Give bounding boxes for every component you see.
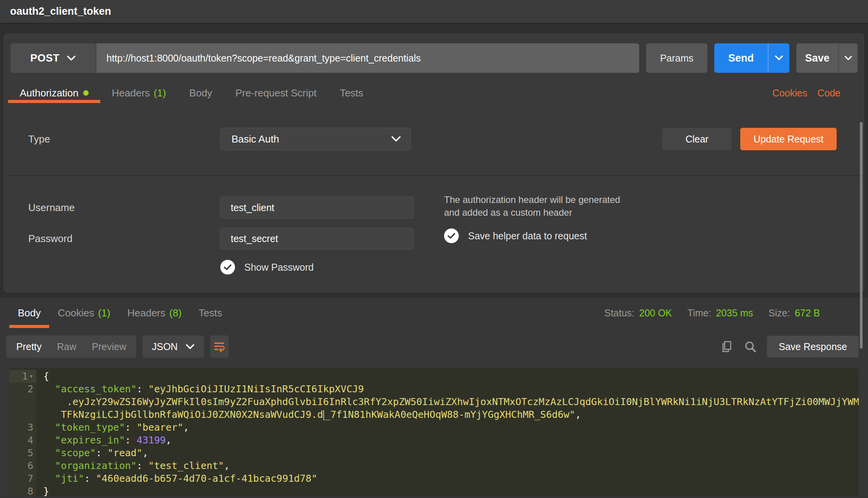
line-number [9, 408, 36, 421]
tab-headers[interactable]: Headers (1) [100, 83, 178, 103]
request-tab-bar: oauth2_client_token [0, 0, 868, 24]
line-number: 5 [9, 446, 36, 459]
size-badge: Size: 672 B [769, 307, 820, 319]
save-button-group: Save [796, 43, 858, 73]
response-tab-body[interactable]: Body [9, 298, 49, 328]
wrap-text-button[interactable] [210, 335, 229, 358]
tab-label: Tests [199, 307, 222, 319]
code-line: 8} [9, 485, 859, 496]
code-line: .eyJzY29wZSI6WyJyZWFkIl0sIm9yZ2FuaXphdGl… [9, 395, 859, 408]
code-lines: 1▾{2 "access_token": "eyJhbGciOiJIUzI1Ni… [9, 370, 859, 496]
time-value: 2035 ms [716, 307, 753, 319]
check-icon [448, 233, 455, 239]
line-number: 1▾ [9, 370, 36, 383]
url-row: POST Params Send Save [10, 43, 858, 73]
code-line: 6 "organization": "test_client", [9, 459, 859, 472]
method-label: POST [30, 52, 60, 64]
tab-body[interactable]: Body [178, 83, 224, 103]
format-dropdown[interactable]: JSON [142, 335, 204, 358]
builder-links: Cookies Code [772, 88, 860, 99]
view-mode-preview[interactable]: Preview [84, 341, 134, 352]
password-label: Password [28, 233, 220, 245]
auth-type-row: Type Basic Auth Clear Update Request [28, 128, 837, 150]
response-tab-cookies[interactable]: Cookies (1) [49, 298, 119, 328]
view-mode-raw[interactable]: Raw [49, 341, 84, 352]
code-link[interactable]: Code [817, 88, 841, 99]
request-tabs: Authorization Headers (1) Body Pre-reque… [4, 83, 864, 103]
line-number: 4 [9, 434, 36, 446]
view-mode-switch: Pretty Raw Preview [6, 335, 136, 358]
status-badge: Status: 200 OK [604, 307, 672, 319]
request-builder-panel: POST Params Send Save Authorization Head… [4, 34, 864, 292]
auth-helper-note: The authorization header will be generat… [444, 193, 630, 219]
save-response-button[interactable]: Save Response [767, 336, 859, 357]
code-line: 1▾{ [9, 370, 859, 383]
fold-caret-icon[interactable]: ▾ [29, 370, 33, 383]
auth-configured-dot [83, 90, 89, 96]
response-body-viewer[interactable]: 1▾{2 "access_token": "eyJhbGciOiJIUzI1Ni… [9, 368, 859, 496]
check-icon [224, 264, 232, 270]
tab-pre-request-script[interactable]: Pre-request Script [224, 83, 328, 103]
method-dropdown[interactable]: POST [10, 43, 96, 73]
size-value: 672 B [795, 307, 820, 319]
password-field[interactable] [220, 228, 414, 249]
show-password-label: Show Password [244, 262, 314, 273]
username-label: Username [28, 202, 220, 214]
tab-count: (8) [169, 307, 182, 319]
chevron-down-icon [775, 55, 783, 61]
time-label: Time: [688, 307, 712, 319]
clear-button[interactable]: Clear [662, 128, 732, 150]
line-number: 2 [9, 383, 36, 395]
format-value: JSON [152, 341, 178, 352]
search-icon[interactable] [744, 340, 757, 353]
chevron-down-icon [185, 344, 195, 350]
code-line: 7 "jti": "460eadd6-b657-4d70-a1cf-41bcac… [9, 472, 859, 485]
save-helper-row: Save helper data to request [444, 228, 587, 243]
tab-label: Authorization [20, 87, 79, 99]
code-line: TFkNzgiLCJjbGllbnRfaWQiOiJ0ZXN0X2NsaWVud… [9, 408, 859, 421]
status-label: Status: [604, 307, 635, 319]
code-line: 2 "access_token": "eyJhbGciOiJIUzI1NiIsI… [9, 383, 859, 395]
line-number: 8 [9, 485, 36, 496]
response-actions: Save Response [720, 336, 859, 357]
code-line: 5 "scope": "read", [9, 446, 859, 459]
tab-label: Headers [127, 307, 165, 319]
response-tab-headers[interactable]: Headers (8) [119, 298, 190, 328]
cookies-link[interactable]: Cookies [772, 88, 807, 99]
response-tabs: Body Cookies (1) Headers (8) Tests Statu… [0, 298, 868, 328]
response-tab-tests[interactable]: Tests [190, 298, 231, 328]
line-number [9, 395, 36, 408]
chevron-down-icon [67, 55, 76, 61]
wrap-text-icon [213, 340, 226, 353]
send-button[interactable]: Send [714, 43, 768, 73]
show-password-row: Show Password [220, 260, 864, 275]
type-label: Type [28, 133, 220, 145]
username-field[interactable] [220, 197, 414, 218]
copy-icon[interactable] [720, 340, 734, 353]
line-number: 7 [9, 472, 36, 485]
params-button[interactable]: Params [646, 43, 707, 73]
tab-label: Pre-request Script [235, 87, 317, 99]
auth-credentials-area: Username Password Show Password The auth… [4, 176, 864, 292]
line-number: 6 [9, 459, 36, 472]
send-options-button[interactable] [768, 43, 789, 73]
update-request-button[interactable]: Update Request [740, 128, 837, 150]
save-options-button[interactable] [838, 43, 858, 73]
auth-type-select[interactable]: Basic Auth [220, 128, 411, 150]
time-badge: Time: 2035 ms [688, 307, 753, 319]
vertical-scrollbar[interactable] [860, 122, 863, 349]
save-button[interactable]: Save [796, 43, 838, 73]
request-tab-title[interactable]: oauth2_client_token [10, 5, 111, 17]
chevron-down-icon [391, 136, 401, 142]
url-input[interactable] [96, 43, 639, 73]
view-mode-pretty[interactable]: Pretty [9, 341, 49, 352]
line-number: 3 [9, 421, 36, 434]
chevron-down-icon [844, 56, 852, 61]
response-panel: Body Cookies (1) Headers (8) Tests Statu… [0, 298, 868, 498]
tab-tests[interactable]: Tests [328, 83, 375, 103]
show-password-checkbox[interactable] [220, 260, 235, 275]
tab-authorization[interactable]: Authorization [8, 83, 100, 103]
save-helper-checkbox[interactable] [444, 228, 459, 243]
code-line: 3 "token_type": "bearer", [9, 421, 859, 434]
tab-label: Body [189, 87, 212, 99]
